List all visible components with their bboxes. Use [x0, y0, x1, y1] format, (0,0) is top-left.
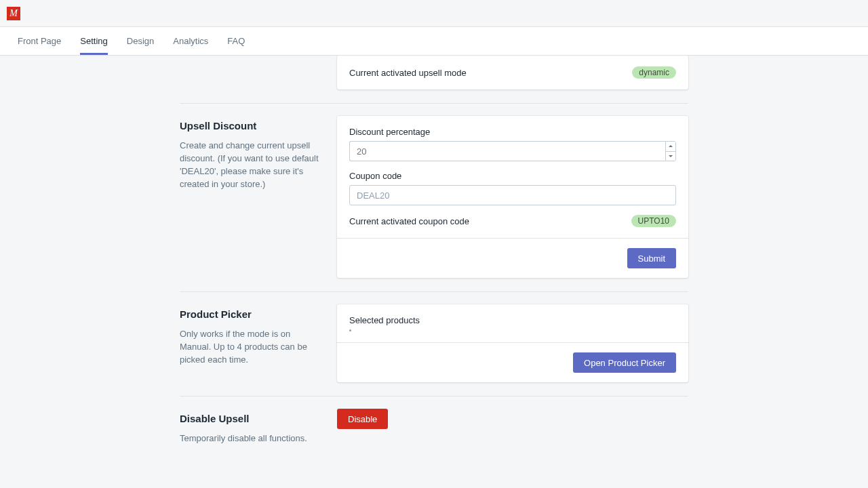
upsell-discount-title: Upsell Discount — [180, 120, 323, 131]
stepper-up-button[interactable] — [666, 142, 675, 151]
coupon-code-input[interactable] — [349, 185, 676, 205]
product-picker-title: Product Picker — [180, 308, 323, 320]
open-product-picker-button[interactable]: Open Product Picker — [573, 352, 676, 373]
discount-percentage-label: Discount percentage — [349, 127, 676, 137]
top-header: M — [0, 0, 868, 27]
product-picker-description: Only works if the mode is on Manual. Up … — [180, 328, 323, 367]
discount-percentage-input[interactable] — [349, 141, 665, 161]
upsell-mode-status-badge: dynamic — [632, 66, 676, 79]
page-body: Current activated upsell mode dynamic Up… — [0, 56, 868, 488]
section-upsell-mode: Current activated upsell mode dynamic — [180, 56, 688, 103]
chevron-up-icon — [669, 145, 673, 147]
disable-button[interactable]: Disable — [337, 409, 388, 429]
upsell-discount-description: Create and change current upsell discoun… — [180, 140, 323, 190]
disable-upsell-description: Temporarily disable all functions. — [180, 432, 323, 445]
section-upsell-discount: Upsell Discount Create and change curren… — [180, 103, 688, 291]
chevron-down-icon — [669, 155, 673, 157]
app-logo: M — [7, 7, 20, 20]
stepper-down-button[interactable] — [666, 151, 675, 161]
section-product-picker: Product Picker Only works if the mode is… — [180, 291, 688, 396]
discount-percentage-stepper — [665, 141, 676, 161]
coupon-code-label: Coupon code — [349, 171, 676, 181]
coupon-status-label: Current activated coupon code — [349, 216, 469, 226]
tab-faq[interactable]: FAQ — [218, 27, 254, 55]
upsell-mode-status-label: Current activated upsell mode — [349, 68, 467, 78]
submit-button[interactable]: Submit — [627, 248, 676, 268]
tab-bar: Front Page Setting Design Analytics FAQ — [0, 27, 868, 56]
coupon-status-badge: UPTO10 — [631, 215, 676, 227]
tab-setting[interactable]: Setting — [71, 27, 117, 55]
disable-upsell-title: Disable Upsell — [180, 413, 323, 424]
selected-products-empty — [349, 329, 351, 331]
section-disable-upsell: Disable Upsell Temporarily disable all f… — [180, 396, 688, 459]
tab-front-page[interactable]: Front Page — [8, 27, 71, 55]
tab-analytics[interactable]: Analytics — [163, 27, 218, 55]
selected-products-label: Selected products — [349, 315, 676, 325]
tab-design[interactable]: Design — [117, 27, 163, 55]
